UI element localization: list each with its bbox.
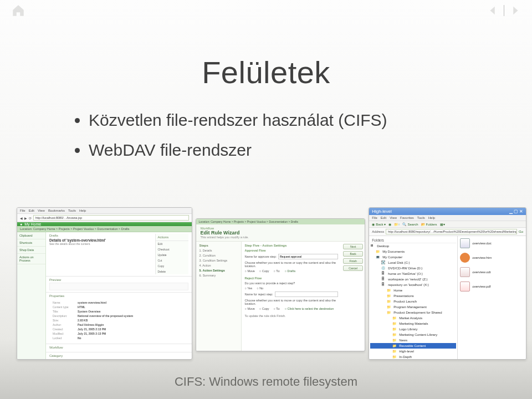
tree-item[interactable]: 📁Marketing Materials	[370, 321, 456, 326]
address-label: Address	[372, 230, 384, 233]
file-item[interactable]: overview.htm	[460, 253, 524, 263]
approve-heading: Approval Flow	[245, 249, 339, 252]
panel-header[interactable]: Category	[49, 354, 188, 359]
tree-item[interactable]: 📁Market Analysis	[370, 315, 456, 321]
breadcrumb: Location: Company Home > Projects > Proj…	[196, 219, 365, 224]
tree-item[interactable]: 📁Product Development for Shared	[370, 310, 456, 315]
step-heading: Step Five - Action Settings	[245, 244, 339, 247]
dest-link[interactable]: Drafts	[285, 269, 296, 273]
wizard-steps: Steps 1. Details 2. Condition 3. Conditi…	[196, 242, 242, 351]
actions-header: Actions	[156, 234, 188, 241]
radio-row: Move Copy To: Drafts	[245, 269, 339, 273]
cancel-button[interactable]: Cancel	[343, 265, 363, 271]
minimize-icon[interactable]: ▁	[509, 209, 513, 214]
action-item[interactable]: Cut	[156, 258, 188, 263]
tree-item[interactable]: 📁In-Depth	[370, 354, 456, 360]
folder-icon: 📁	[387, 305, 392, 310]
tree-item[interactable]: 📁Presentations	[370, 293, 456, 299]
wizard-step[interactable]: 6. Summary	[200, 274, 238, 277]
tree-item[interactable]: 💻My Computer	[370, 254, 456, 260]
tree-item[interactable]: 🖥Desktop	[370, 243, 456, 249]
copy-radio[interactable]: Copy	[259, 307, 269, 310]
action-item[interactable]: Checkout	[156, 247, 188, 252]
views-icon[interactable]: ▦▾	[440, 222, 445, 226]
back-button[interactable]: Back	[343, 251, 363, 257]
file-list: overview.doc overview.htm overview.odt o…	[458, 236, 526, 360]
url-field[interactable]: http://localhost:8080/…/browse.jsp	[33, 215, 189, 221]
home-icon[interactable]	[11, 3, 25, 18]
approve-input[interactable]	[278, 254, 338, 259]
app-header: ● My Home	[17, 222, 192, 226]
action-item[interactable]: Delete	[156, 269, 188, 274]
sidebar-item[interactable]: Shop Data	[17, 247, 45, 254]
slide-toolbar	[0, 0, 532, 21]
space-dropdown[interactable]: My Home	[24, 222, 41, 226]
screenshot-rule-wizard: Location: Company Home > Projects > Proj…	[196, 218, 366, 351]
reject-input[interactable]	[275, 291, 339, 297]
maximize-icon[interactable]: ▢	[514, 209, 518, 214]
wizard-step[interactable]: 3. Condition Settings	[200, 259, 238, 262]
back-icon[interactable]: ◀	[20, 216, 23, 220]
tree-item[interactable]: 💿DVD/CD-RW Drive (D:)	[370, 265, 456, 271]
update-note: To update the rule click Finish.	[245, 314, 339, 318]
yes-radio[interactable]: Yes	[245, 287, 253, 290]
move-radio[interactable]: Move	[245, 307, 255, 310]
no-radio[interactable]: No	[257, 287, 263, 290]
folder-icon: 📁	[392, 344, 397, 349]
move-radio[interactable]: Move	[245, 269, 255, 273]
arrow-right-icon[interactable]	[509, 4, 521, 17]
breadcrumb: Location: Company Home > Projects > Proj…	[17, 226, 192, 232]
action-item[interactable]: Update	[156, 252, 188, 258]
action-item[interactable]: Edit	[156, 241, 188, 247]
wizard-step[interactable]: 1. Details	[200, 249, 238, 252]
file-item[interactable]: overview.pdf	[460, 282, 524, 291]
sidebar-item[interactable]: Actions on Process	[17, 254, 45, 264]
tree-item[interactable]: 📁Product Launch	[370, 299, 456, 304]
folders-button[interactable]: 📂 Folders	[421, 222, 437, 226]
tree-item[interactable]: 📁News	[370, 337, 456, 343]
dest-link[interactable]: Click here to select the destination	[285, 307, 334, 310]
finish-button[interactable]: Finish	[343, 258, 363, 264]
back-button[interactable]: ◉ Back ▾	[372, 222, 386, 226]
search-button[interactable]: 🔍 Search	[402, 222, 418, 226]
panel-header[interactable]: Workflow	[49, 346, 188, 350]
tree-item[interactable]: 📁My Documents	[370, 249, 456, 254]
folder-icon: 📁	[392, 332, 397, 337]
folder-icon: 📁	[387, 294, 392, 299]
forward-button[interactable]: ◉	[388, 222, 391, 226]
tree-item[interactable]: 📁Logo Library	[370, 326, 456, 332]
folder-icon: 📁	[392, 338, 397, 343]
action-item[interactable]: Copy	[156, 263, 188, 269]
wizard-step[interactable]: 5. Action Settings	[200, 269, 238, 272]
tree-item[interactable]: 📁Marketing Content Library	[370, 332, 456, 337]
tree-item[interactable]: 📁Program Management	[370, 304, 456, 310]
browser-addressbar: ◀ ▶ ⟳ http://localhost:8080/…/browse.jsp	[17, 214, 192, 222]
tree-item[interactable]: 📁High-level	[370, 349, 456, 354]
tree-item[interactable]: 📁Home	[370, 288, 456, 293]
netdrive-icon: 🗄	[381, 277, 386, 282]
tree-item[interactable]: 💽Local Disk (C:)	[370, 260, 456, 265]
close-icon[interactable]: ✕	[519, 209, 523, 214]
file-item[interactable]: overview.doc	[460, 238, 524, 248]
reload-icon[interactable]: ⟳	[29, 216, 32, 220]
forward-icon[interactable]: ▶	[24, 216, 27, 220]
sidebar-item[interactable]: Shortcuts	[17, 239, 45, 247]
copy-radio[interactable]: Copy	[259, 269, 269, 273]
sidebar-item[interactable]: Clipboard	[17, 232, 45, 239]
wizard-step[interactable]: 4. Action	[200, 264, 238, 267]
netdrive-icon: 🗄	[381, 272, 386, 277]
tree-item[interactable]: 🗄workspace on 'netvol2' (Z:)	[370, 277, 456, 282]
tree-item[interactable]: 🗄home on 'NetDrive' (O:)	[370, 271, 456, 277]
file-item[interactable]: overview.odt	[460, 267, 524, 277]
to-label: To:	[274, 269, 280, 273]
next-button[interactable]: Next	[343, 244, 363, 249]
arrow-left-icon[interactable]	[487, 4, 499, 17]
desktop-icon: 🖥	[370, 244, 375, 249]
up-icon[interactable]: 📁↑	[394, 222, 400, 226]
wizard-form: Step Five - Action Settings Approval Flo…	[242, 242, 342, 351]
address-field[interactable]: http://localhost:8080/repository/…/Home/…	[386, 229, 517, 234]
tree-item[interactable]: 🗄repository on 'localhost' (X:)	[370, 282, 456, 288]
wizard-step[interactable]: 2. Condition	[200, 254, 238, 257]
tree-item[interactable]: 📁Reusable Content	[370, 343, 456, 349]
go-button[interactable]: Go	[519, 230, 523, 233]
